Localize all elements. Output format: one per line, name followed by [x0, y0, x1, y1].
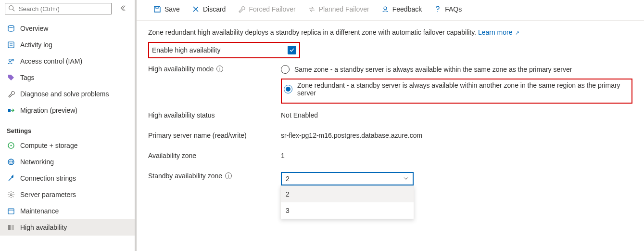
save-label: Save: [164, 5, 180, 13]
sidebar-item-tags[interactable]: Tags: [0, 69, 135, 86]
standby-zone-select[interactable]: 2: [281, 172, 414, 185]
svg-point-24: [437, 11, 438, 12]
log-icon: [7, 40, 15, 49]
svg-point-6: [9, 59, 12, 62]
save-button[interactable]: Save: [148, 3, 185, 15]
primary-value: sr-flex-pg12-m16.postgres.database.azure…: [281, 132, 632, 139]
svg-rect-8: [8, 109, 11, 112]
chevron-down-icon: [403, 175, 409, 183]
sidebar-item-networking[interactable]: Networking: [0, 154, 135, 170]
sidebar-item-label: Server parameters: [20, 191, 76, 198]
toolbar: Save Discard Forced Failover Planned Fai…: [137, 0, 644, 21]
availability-zone-label: Availability zone: [148, 152, 281, 159]
sidebar-item-label: Tags: [20, 74, 35, 81]
svg-point-10: [11, 145, 12, 146]
sidebar: Overview Activity log Access control (IA…: [0, 0, 135, 251]
wrench-icon: [7, 90, 15, 98]
svg-rect-18: [8, 225, 11, 230]
info-icon[interactable]: i: [216, 66, 223, 72]
search-input[interactable]: [5, 3, 112, 14]
forced-failover-label: Forced Failover: [249, 5, 295, 13]
maintenance-icon: [7, 207, 15, 215]
discard-button[interactable]: Discard: [187, 3, 230, 15]
sidebar-item-maintenance[interactable]: Maintenance: [0, 203, 135, 219]
sidebar-item-diagnose[interactable]: Diagnose and solve problems: [0, 86, 135, 102]
svg-point-14: [12, 176, 13, 178]
availability-zone-value: 1: [281, 152, 632, 159]
mode-same-zone-option[interactable]: Same zone - a standby server is always a…: [281, 65, 632, 74]
svg-point-7: [12, 59, 14, 61]
description-span: Zone redundant high availability deploys…: [148, 28, 478, 36]
sidebar-item-label: Migration (preview): [20, 106, 77, 114]
sidebar-item-label: Diagnose and solve problems: [20, 90, 109, 98]
mode-same-zone-label: Same zone - a standby server is always a…: [294, 66, 572, 73]
mode-label: High availability mode: [148, 65, 214, 73]
forced-failover-icon: [237, 5, 246, 13]
planned-failover-label: Planned Failover: [319, 5, 369, 13]
sidebar-item-label: Access control (IAM): [20, 57, 82, 65]
feedback-label: Feedback: [392, 5, 422, 13]
status-label: High availability status: [148, 111, 281, 119]
standby-zone-label: Standby availability zone: [148, 172, 222, 180]
sidebar-item-high-availability[interactable]: High availability: [0, 219, 135, 236]
status-value: Not Enabled: [281, 111, 632, 119]
sidebar-item-label: Activity log: [20, 41, 52, 49]
discard-label: Discard: [203, 5, 226, 13]
migration-icon: [7, 106, 15, 115]
sidebar-item-migration[interactable]: Migration (preview): [0, 102, 135, 119]
sidebar-item-overview[interactable]: Overview: [0, 20, 135, 37]
enable-ha-label: Enable high availability: [152, 46, 288, 54]
tag-icon: [7, 73, 15, 82]
standby-zone-dropdown: 2 3: [280, 185, 414, 219]
search-icon: [8, 5, 15, 13]
sidebar-item-label: High availability: [20, 224, 67, 231]
sidebar-nav: Overview Activity log Access control (IA…: [0, 18, 135, 251]
standby-zone-option[interactable]: 2: [281, 186, 414, 202]
planned-failover-icon: [307, 5, 316, 13]
connection-icon: [7, 174, 15, 183]
feedback-button[interactable]: Feedback: [376, 3, 427, 15]
mode-zone-redundant-label: Zone redundant - a standby server is alw…: [297, 81, 630, 97]
svg-point-15: [10, 194, 12, 196]
svg-rect-16: [8, 209, 14, 214]
sidebar-item-label: Maintenance: [20, 207, 59, 215]
sidebar-item-label: Networking: [20, 158, 54, 166]
learn-more-link[interactable]: Learn more ↗: [478, 28, 519, 36]
save-icon: [153, 5, 162, 13]
sidebar-item-label: Connection strings: [20, 174, 76, 182]
info-icon[interactable]: i: [225, 172, 232, 179]
radio-checked-icon: [284, 85, 292, 93]
globe-icon: [7, 158, 15, 166]
description-text: Zone redundant high availability deploys…: [148, 28, 632, 36]
faqs-button[interactable]: FAQs: [429, 3, 467, 15]
feedback-icon: [381, 5, 390, 13]
search-field[interactable]: [18, 5, 108, 13]
sidebar-item-compute-storage[interactable]: Compute + storage: [0, 137, 135, 154]
sidebar-item-connection-strings[interactable]: Connection strings: [0, 170, 135, 186]
people-icon: [7, 57, 15, 66]
forced-failover-button: Forced Failover: [232, 3, 300, 15]
faqs-label: FAQs: [445, 5, 462, 13]
sidebar-item-activity-log[interactable]: Activity log: [0, 37, 135, 53]
sidebar-collapse-button[interactable]: [115, 5, 130, 13]
sidebar-item-label: Compute + storage: [20, 142, 77, 149]
mode-zone-redundant-option[interactable]: Zone redundant - a standby server is alw…: [284, 81, 630, 97]
sidebar-item-server-parameters[interactable]: Server parameters: [0, 186, 135, 203]
sidebar-item-access-control[interactable]: Access control (IAM): [0, 53, 135, 69]
svg-rect-20: [156, 6, 158, 8]
svg-point-23: [384, 7, 387, 10]
radio-icon: [281, 65, 290, 74]
close-icon: [191, 5, 200, 13]
server-icon: [7, 24, 15, 33]
svg-rect-3: [8, 42, 14, 48]
ha-icon: [7, 223, 15, 232]
enable-ha-row: Enable high availability: [148, 42, 300, 58]
sidebar-item-label: Overview: [20, 25, 48, 32]
svg-rect-19: [12, 225, 14, 230]
disk-icon: [7, 141, 15, 150]
standby-zone-option[interactable]: 3: [281, 202, 414, 219]
svg-point-0: [9, 5, 13, 10]
learn-more-label: Learn more: [478, 28, 513, 36]
enable-ha-checkbox[interactable]: [288, 46, 296, 54]
gear-icon: [7, 190, 15, 199]
